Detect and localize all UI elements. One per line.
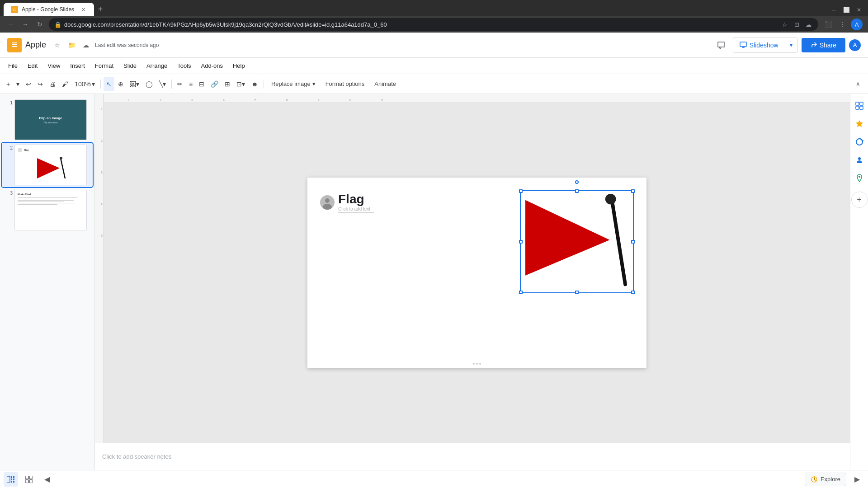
bottom-area: ◀ Explore ▶ P flag.png ∧ Show all ✕ [0, 470, 868, 488]
handle-bottom-middle[interactable] [575, 291, 579, 294]
menu-edit[interactable]: Edit [23, 61, 42, 71]
slide-canvas[interactable]: Flag Click to add text [307, 178, 646, 368]
handle-bottom-left[interactable] [519, 291, 523, 294]
rs-user-icon[interactable] [851, 152, 868, 168]
undo-button[interactable]: ↩ [23, 77, 34, 91]
svg-point-24 [859, 176, 860, 178]
maximize-button[interactable]: ⬜ [841, 5, 852, 15]
print-button[interactable]: 🖨 [47, 77, 58, 91]
flag-image[interactable] [520, 190, 634, 293]
slideshow-button[interactable]: Slideshow [733, 39, 785, 52]
profile-avatar[interactable]: A [851, 19, 863, 30]
zoom-label: 100% [75, 80, 91, 88]
handle-middle-left[interactable] [519, 240, 523, 244]
menu-bar: File Edit View Insert Format Slide Arran… [0, 58, 868, 74]
browser-menu-icon[interactable]: ⋮ [836, 18, 849, 31]
rotation-handle[interactable] [575, 180, 579, 184]
menu-slide[interactable]: Slide [119, 61, 141, 71]
menu-insert[interactable]: Insert [66, 61, 90, 71]
star-button[interactable]: ☆ [52, 40, 62, 51]
image-tool[interactable]: 🖼▾ [127, 77, 142, 91]
hide-panel-button[interactable]: ◀ [40, 472, 54, 487]
menu-addons[interactable]: Add-ons [197, 61, 227, 71]
svg-rect-26 [11, 476, 12, 478]
rs-add-button[interactable]: + [851, 192, 868, 208]
vertical-ruler: 1 2 3 4 5 [95, 94, 104, 443]
explore-button[interactable]: Explore [805, 473, 846, 486]
slideshow-dropdown[interactable]: ▾ [785, 38, 797, 52]
move-tool[interactable]: ⊕ [115, 77, 126, 91]
app-logo [7, 38, 22, 52]
handle-bottom-right[interactable] [631, 291, 635, 294]
paint-format-button[interactable]: 🖌 [59, 77, 71, 91]
redo-button[interactable]: ↪ [35, 77, 46, 91]
rs-templates-icon[interactable] [851, 98, 868, 114]
share-button[interactable]: Share [802, 38, 845, 52]
line-tool[interactable]: ╲▾ [156, 77, 169, 91]
undo-dropdown[interactable]: ▾ [14, 77, 22, 91]
share-label: Share [820, 42, 836, 49]
transform-tool[interactable]: ⊡▾ [234, 77, 248, 91]
bookmark-icon[interactable]: ☆ [780, 20, 789, 29]
forward-button[interactable]: → [20, 19, 31, 30]
menu-format[interactable]: Format [90, 61, 118, 71]
title-avatar [320, 195, 335, 210]
menu-tools[interactable]: Tools [173, 61, 195, 71]
animate-button[interactable]: Animate [370, 79, 401, 89]
menu-file[interactable]: File [4, 61, 22, 71]
collapse-toolbar-button[interactable]: ∧ [852, 78, 864, 90]
comments-button[interactable] [713, 37, 729, 53]
new-tab-button[interactable]: + [94, 3, 107, 15]
svg-rect-28 [11, 481, 12, 483]
cloud-button[interactable]: ☁ [80, 40, 91, 51]
slide-3-thumb[interactable]: 3 Works Cited [2, 188, 93, 232]
filmstrip-view-button[interactable] [4, 472, 18, 487]
tab-close-button[interactable]: ✕ [80, 6, 87, 13]
menu-arrange[interactable]: Arrange [142, 61, 172, 71]
svg-rect-4 [12, 46, 17, 47]
canvas-area: Flag Click to add text [104, 103, 850, 443]
insert-button[interactable]: + [4, 77, 13, 91]
comment-tool[interactable]: ✏ [175, 77, 185, 91]
slide-1-thumb[interactable]: 1 Flip an Image Flip animation [2, 98, 93, 142]
close-button[interactable]: ✕ [854, 5, 864, 15]
zoom-button[interactable]: 100% ▾ [72, 77, 98, 91]
present-button: Slideshow ▾ [733, 38, 798, 53]
slide-2-thumb[interactable]: 2 Flag [2, 143, 93, 187]
document-title[interactable]: Apple [25, 40, 46, 50]
grid-view-button[interactable] [22, 472, 36, 487]
extensions-icon[interactable]: ⬛ [822, 18, 835, 31]
link-tool[interactable]: 🔗 [208, 77, 221, 91]
user-avatar[interactable]: A [849, 39, 861, 51]
replace-image-button[interactable]: Replace image ▾ [267, 79, 320, 89]
handle-top-middle[interactable] [575, 189, 579, 193]
svg-point-11 [325, 198, 330, 203]
cloud-save-icon[interactable]: ☁ [804, 20, 813, 29]
rs-star-icon[interactable] [851, 116, 868, 132]
handle-middle-right[interactable] [631, 240, 635, 244]
crop-tool[interactable]: ⊞ [222, 77, 233, 91]
reload-button[interactable]: ↻ [34, 19, 45, 30]
accessibility-tool[interactable]: ☻ [249, 77, 261, 91]
menu-view[interactable]: View [43, 61, 65, 71]
handle-top-left[interactable] [519, 189, 523, 193]
align-tool[interactable]: ⊟ [196, 77, 207, 91]
active-tab[interactable]: G Apple - Google Slides ✕ [4, 3, 94, 16]
select-tool[interactable]: ↖ [104, 77, 114, 91]
svg-rect-30 [13, 479, 14, 480]
address-bar[interactable]: 🔒 docs.google.com/presentation/d/1ebTKA9… [49, 18, 818, 31]
handle-top-right[interactable] [631, 189, 635, 193]
back-button[interactable]: ← [5, 19, 16, 30]
rs-map-icon[interactable] [851, 170, 868, 186]
cast-icon[interactable]: ⊡ [792, 20, 801, 29]
rs-sync-icon[interactable] [851, 134, 868, 150]
menu-help[interactable]: Help [228, 61, 250, 71]
shape-tool[interactable]: ◯ [143, 77, 156, 91]
folder-button[interactable]: 📁 [66, 40, 77, 51]
format-options-button[interactable]: Format options [321, 79, 369, 89]
speaker-notes[interactable]: Click to add speaker notes [95, 443, 850, 470]
expand-panel-button[interactable]: ▶ [850, 472, 864, 487]
minimize-button[interactable]: ─ [828, 5, 839, 15]
slide-3-preview: Works Cited [14, 190, 87, 230]
align-left-tool[interactable]: ≡ [186, 77, 195, 91]
